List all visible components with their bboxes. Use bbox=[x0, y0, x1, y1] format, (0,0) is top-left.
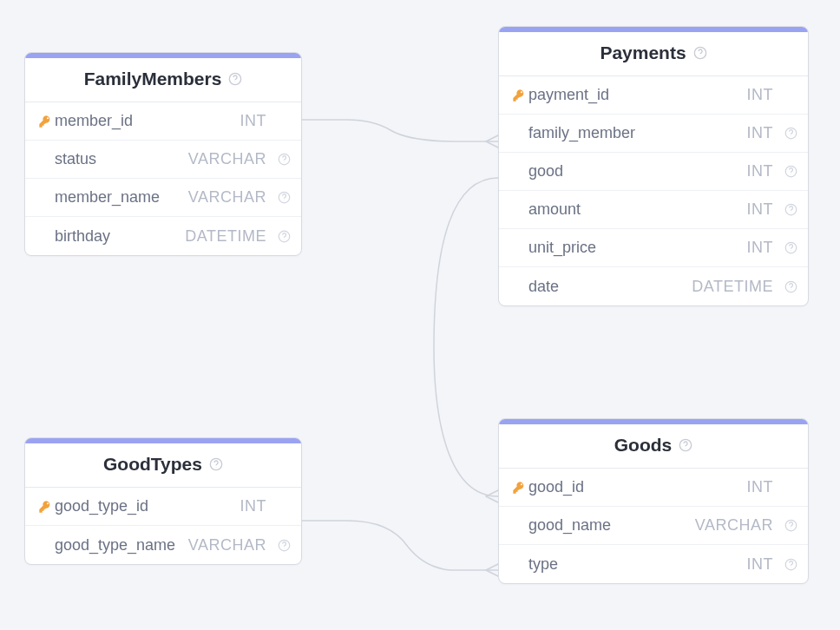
help-icon[interactable] bbox=[784, 280, 797, 293]
column-name: status bbox=[55, 150, 188, 168]
column-row[interactable]: dateDATETIME bbox=[499, 267, 808, 305]
svg-point-25 bbox=[686, 448, 686, 449]
svg-point-29 bbox=[791, 567, 791, 568]
table-title: Goods bbox=[614, 435, 673, 456]
column-name: good_type_name bbox=[55, 536, 188, 555]
help-icon[interactable] bbox=[784, 127, 797, 140]
primary-key-icon bbox=[36, 500, 55, 514]
column-name: birthday bbox=[55, 227, 185, 246]
svg-point-11 bbox=[791, 135, 791, 136]
column-row[interactable]: goodINT bbox=[499, 153, 808, 191]
column-type: INT bbox=[747, 124, 779, 142]
column-type: VARCHAR bbox=[188, 188, 272, 207]
column-name: good_name bbox=[528, 516, 695, 535]
table-header[interactable]: GoodTypes bbox=[25, 443, 301, 488]
column-row[interactable]: unit_priceINT bbox=[499, 229, 808, 267]
help-slot bbox=[778, 165, 797, 178]
column-name: member_name bbox=[55, 188, 188, 207]
column-row[interactable]: statusVARCHAR bbox=[25, 141, 301, 179]
help-icon[interactable] bbox=[278, 230, 291, 243]
column-type: INT bbox=[747, 478, 779, 496]
key-icon bbox=[38, 115, 52, 128]
column-row[interactable]: good_type_idINT bbox=[25, 488, 301, 526]
help-icon[interactable] bbox=[278, 539, 291, 552]
help-icon[interactable] bbox=[784, 519, 797, 532]
help-icon[interactable] bbox=[278, 191, 291, 204]
table-rows: good_idINTgood_nameVARCHARtypeINT bbox=[499, 469, 808, 583]
column-name: unit_price bbox=[528, 239, 747, 257]
column-name: type bbox=[528, 555, 747, 574]
help-icon[interactable] bbox=[784, 165, 797, 178]
column-row[interactable]: birthdayDATETIME bbox=[25, 217, 301, 255]
column-row[interactable]: good_idINT bbox=[499, 469, 808, 507]
column-type: INT bbox=[747, 200, 779, 219]
table-title: FamilyMembers bbox=[84, 69, 222, 89]
column-row[interactable]: member_idINT bbox=[25, 102, 301, 141]
svg-point-13 bbox=[791, 174, 791, 174]
help-icon[interactable] bbox=[784, 241, 797, 254]
primary-key-icon bbox=[509, 481, 528, 495]
svg-point-3 bbox=[284, 161, 285, 162]
help-icon[interactable] bbox=[784, 203, 797, 216]
help-icon[interactable] bbox=[679, 438, 692, 452]
column-type: VARCHAR bbox=[188, 536, 272, 555]
help-icon[interactable] bbox=[693, 46, 707, 60]
table-header[interactable]: Payments bbox=[499, 32, 808, 76]
svg-point-1 bbox=[235, 82, 236, 82]
help-icon[interactable] bbox=[784, 558, 797, 571]
column-row[interactable]: good_type_nameVARCHAR bbox=[25, 526, 301, 564]
help-icon[interactable] bbox=[228, 72, 242, 86]
table-familymembers[interactable]: FamilyMembers member_idINTstatusVARCHARm… bbox=[24, 52, 302, 256]
column-row[interactable]: family_memberINT bbox=[499, 115, 808, 153]
column-type: INT bbox=[240, 112, 272, 130]
table-goods[interactable]: Goods good_idINTgood_nameVARCHARtypeINT bbox=[498, 418, 809, 584]
column-type: INT bbox=[240, 497, 272, 515]
help-slot bbox=[272, 153, 291, 166]
help-icon[interactable] bbox=[278, 153, 291, 166]
help-slot bbox=[778, 127, 797, 140]
help-icon[interactable] bbox=[209, 457, 223, 471]
table-rows: good_type_idINTgood_type_nameVARCHAR bbox=[25, 488, 301, 564]
column-name: good_id bbox=[528, 478, 747, 496]
help-slot bbox=[272, 539, 291, 552]
svg-point-15 bbox=[791, 212, 791, 213]
column-type: INT bbox=[747, 239, 779, 257]
column-row[interactable]: good_nameVARCHAR bbox=[499, 507, 808, 545]
column-row[interactable]: amountINT bbox=[499, 191, 808, 229]
help-slot bbox=[778, 241, 797, 254]
column-row[interactable]: typeINT bbox=[499, 545, 808, 583]
table-title: GoodTypes bbox=[103, 454, 202, 475]
column-type: INT bbox=[747, 162, 779, 180]
svg-point-9 bbox=[699, 56, 700, 56]
column-name: family_member bbox=[528, 124, 747, 142]
column-type: DATETIME bbox=[185, 227, 272, 246]
column-name: payment_id bbox=[528, 86, 747, 104]
svg-point-27 bbox=[791, 528, 791, 528]
key-icon bbox=[38, 500, 52, 514]
column-row[interactable]: member_nameVARCHAR bbox=[25, 179, 301, 217]
column-name: date bbox=[528, 278, 692, 296]
column-type: VARCHAR bbox=[188, 150, 272, 168]
key-icon bbox=[512, 481, 526, 495]
primary-key-icon bbox=[509, 89, 528, 102]
table-payments[interactable]: Payments payment_idINTfamily_memberINTgo… bbox=[498, 26, 809, 306]
table-goodtypes[interactable]: GoodTypes good_type_idINTgood_type_nameV… bbox=[24, 437, 302, 565]
column-name: amount bbox=[528, 200, 747, 219]
table-header[interactable]: Goods bbox=[499, 424, 808, 469]
table-header[interactable]: FamilyMembers bbox=[25, 58, 301, 102]
column-row[interactable]: payment_idINT bbox=[499, 76, 808, 115]
table-rows: member_idINTstatusVARCHARmember_nameVARC… bbox=[25, 102, 301, 255]
column-type: DATETIME bbox=[692, 278, 778, 296]
svg-point-7 bbox=[284, 239, 285, 240]
column-name: good_type_id bbox=[55, 497, 240, 515]
svg-point-21 bbox=[216, 467, 217, 468]
help-slot bbox=[272, 230, 291, 243]
help-slot bbox=[778, 280, 797, 293]
help-slot bbox=[778, 203, 797, 216]
svg-point-17 bbox=[791, 250, 791, 251]
table-title: Payments bbox=[600, 43, 686, 63]
column-type: INT bbox=[747, 555, 779, 574]
column-name: good bbox=[528, 162, 747, 180]
table-rows: payment_idINTfamily_memberINTgoodINTamou… bbox=[499, 76, 808, 305]
column-type: VARCHAR bbox=[695, 516, 778, 535]
